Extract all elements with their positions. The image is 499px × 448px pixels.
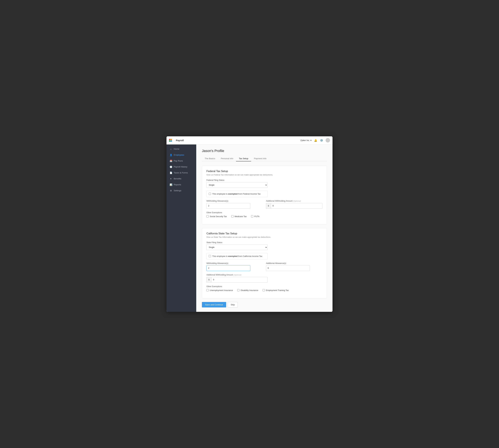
futa-checkbox[interactable] xyxy=(251,215,253,217)
dollar-prefix: $ xyxy=(266,203,271,209)
state-section-title: California State Tax Setup xyxy=(206,232,322,235)
sidebar-item-reports[interactable]: 📊 Reports xyxy=(166,182,196,188)
federal-filing-label: Federal Filing Status xyxy=(206,179,322,181)
federal-additional-input-wrapper: $ xyxy=(266,203,322,209)
gear-icon: ⚙ xyxy=(170,189,172,192)
sidebar-item-label: Taxes & Forms xyxy=(174,172,188,174)
sidebar-item-label: Benefits xyxy=(174,177,181,180)
save-and-continue-button[interactable]: Save and Continue xyxy=(202,302,226,307)
state-withholding-row: Withholding Allowance(s) Additional Allo… xyxy=(206,262,322,274)
state-additional-allowance-group: Additional Allowance(s) xyxy=(266,262,322,271)
state-checkbox-disability[interactable]: Disability Insurance xyxy=(237,289,258,291)
state-other-exemptions-label: Other Exemptions xyxy=(206,285,322,288)
skip-button[interactable]: Skip xyxy=(228,302,238,307)
tab-payment[interactable]: Payment Info xyxy=(251,156,269,161)
state-checkbox-unemployment[interactable]: Unemployment Insurance xyxy=(206,289,233,291)
state-exemption-checkbox[interactable] xyxy=(209,255,211,257)
footer-buttons: Save and Continue Skip xyxy=(202,302,327,307)
logo-area: Payroll xyxy=(169,139,184,142)
tab-personal[interactable]: Personal Info xyxy=(218,156,236,161)
tab-basics[interactable]: The Basics xyxy=(202,156,218,161)
federal-filing-status-group: Federal Filing Status Single Married Mar… xyxy=(206,179,322,188)
federal-filing-select[interactable]: Single Married Married, but withhold at … xyxy=(206,182,267,188)
federal-checkbox-social-security[interactable]: Social Security Tax xyxy=(206,215,227,218)
state-filing-select[interactable]: Single Married Head of Household xyxy=(206,244,267,250)
federal-checkboxes-row: Social Security Tax Medicare Tax FUTA xyxy=(206,215,322,218)
state-exemption-box: This employee is exempted from Californi… xyxy=(206,253,267,259)
page-title: Jason's Profile xyxy=(202,149,327,153)
svg-rect-2 xyxy=(169,140,170,142)
employment-training-checkbox[interactable] xyxy=(263,289,265,291)
sidebar-item-pay-runs[interactable]: 📅 Pay Runs xyxy=(166,158,196,164)
sidebar-item-home[interactable]: ⌂ Home xyxy=(166,146,196,152)
sidebar-item-taxes-forms[interactable]: 📄 Taxes & Forms xyxy=(166,170,196,176)
topbar: Payroll Zylker Inc. ▾ 🔔 ⚙️ xyxy=(166,136,333,144)
state-withholding-label: Withholding Allowance(s) xyxy=(206,262,263,264)
settings-icon[interactable]: ⚙️ xyxy=(320,138,323,142)
federal-checkbox-futa[interactable]: FUTA xyxy=(251,215,260,218)
company-name[interactable]: Zylker Inc. ▾ xyxy=(300,139,312,142)
chart-icon: 📊 xyxy=(170,183,172,186)
sidebar-item-label: Home xyxy=(174,148,179,150)
svg-rect-0 xyxy=(169,139,170,140)
state-filing-label: State Filing Status xyxy=(206,241,322,243)
main-content: Jason's Profile The Basics Personal Info… xyxy=(196,144,333,312)
federal-other-exemptions-group: Other Exemptions Social Security Tax Med… xyxy=(206,211,322,218)
federal-section-desc: Give us Federal Tax Information so we ca… xyxy=(206,174,322,176)
state-exemption-text: This employee is exempted from Californi… xyxy=(212,255,262,257)
social-security-checkbox[interactable] xyxy=(206,215,209,217)
sidebar-item-label: Employees xyxy=(174,154,184,156)
unemployment-checkbox[interactable] xyxy=(206,289,209,291)
state-additional-allowance-label: Additional Allowance(s) xyxy=(266,262,322,264)
federal-withholding-row: Withholding Allowance(s) Additional With… xyxy=(206,200,322,211)
state-additional-withholding-label: Additional Withholding Amount (Optional) xyxy=(206,274,322,276)
logo-text: Payroll xyxy=(176,139,184,142)
state-other-exemptions-group: Other Exemptions Unemployment Insurance … xyxy=(206,285,322,291)
federal-other-exemptions-label: Other Exemptions xyxy=(206,211,322,214)
state-checkbox-employment-training[interactable]: Employment Training Tax xyxy=(263,289,289,291)
calendar-icon: 📅 xyxy=(170,160,172,162)
medicare-checkbox[interactable] xyxy=(231,215,233,217)
notifications-icon[interactable]: 🔔 xyxy=(314,138,317,142)
tabs-bar: The Basics Personal Info Tax Setup Payme… xyxy=(202,156,327,161)
home-icon: ⌂ xyxy=(170,148,172,150)
sidebar: ⌂ Home 👤 Employees 📅 Pay Runs 🕐 Payroll … xyxy=(166,144,196,312)
sidebar-item-benefits[interactable]: ✦ Benefits xyxy=(166,176,196,182)
state-withholding-group: Withholding Allowance(s) xyxy=(206,262,263,271)
sidebar-item-label: Pay Runs xyxy=(174,160,183,162)
sidebar-item-settings[interactable]: ⚙ Settings xyxy=(166,188,196,194)
federal-checkbox-medicare[interactable]: Medicare Tax xyxy=(231,215,247,218)
sidebar-item-employees[interactable]: 👤 Employees xyxy=(166,152,196,158)
state-additional-withholding-input[interactable] xyxy=(211,277,267,283)
state-additional-allowance-input[interactable] xyxy=(266,265,310,271)
federal-withholding-group: Withholding Allowance(s) xyxy=(206,200,263,209)
state-additional-withholding-group: Additional Withholding Amount (Optional)… xyxy=(206,274,322,283)
federal-additional-withholding-group: Additional Withholding Amount (Optional)… xyxy=(266,200,322,209)
sidebar-item-label: Settings xyxy=(174,189,181,192)
sidebar-item-label: Payroll History xyxy=(174,166,187,168)
federal-withholding-label: Withholding Allowance(s) xyxy=(206,200,263,202)
state-withholding-input[interactable] xyxy=(206,265,250,271)
state-dollar-prefix: $ xyxy=(206,277,211,283)
benefits-icon: ✦ xyxy=(170,177,172,180)
federal-section-title: Federal Tax Setup xyxy=(206,170,322,173)
state-filing-status-group: State Filing Status Single Married Head … xyxy=(206,241,322,250)
svg-rect-3 xyxy=(171,140,172,142)
topbar-right: Zylker Inc. ▾ 🔔 ⚙️ xyxy=(300,138,330,143)
federal-exemption-checkbox[interactable] xyxy=(209,193,211,195)
tab-tax[interactable]: Tax Setup xyxy=(236,156,251,161)
document-icon: 📄 xyxy=(170,172,172,174)
zoho-logo xyxy=(169,139,175,142)
sidebar-item-payroll-history[interactable]: 🕐 Payroll History xyxy=(166,164,196,170)
sidebar-item-label: Reports xyxy=(174,183,181,186)
federal-additional-input[interactable] xyxy=(271,203,322,209)
avatar[interactable] xyxy=(326,138,330,143)
federal-exemption-box: This employee is exempted from Federal I… xyxy=(206,191,267,197)
person-icon: 👤 xyxy=(170,154,172,156)
svg-rect-1 xyxy=(171,139,172,140)
disability-checkbox[interactable] xyxy=(237,289,239,291)
state-section-desc: Give us State Tax Information so we can … xyxy=(206,236,322,238)
state-checkboxes-row: Unemployment Insurance Disability Insura… xyxy=(206,289,322,291)
federal-withholding-input[interactable] xyxy=(206,203,250,209)
state-additional-input-wrapper: $ xyxy=(206,277,267,283)
